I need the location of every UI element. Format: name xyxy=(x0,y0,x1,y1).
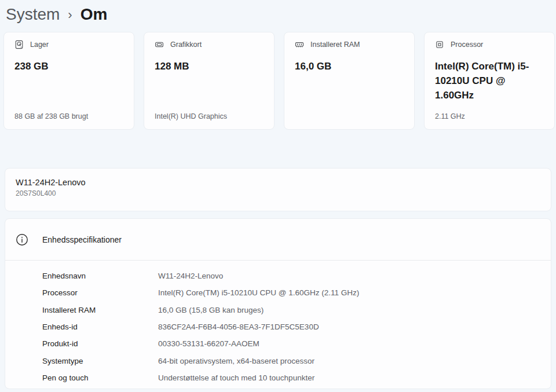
spec-label: Processor xyxy=(42,288,158,297)
device-name: W11-24H2-Lenovo xyxy=(16,178,540,187)
spec-row: Processor Intel(R) Core(TM) i5-10210U CP… xyxy=(42,284,551,301)
summary-card-header: Grafikkort xyxy=(155,40,264,49)
gpu-icon xyxy=(155,40,164,49)
summary-card: Grafikkort 128 MB Intel(R) UHD Graphics xyxy=(144,32,275,130)
spec-row: Produkt-id 00330-53131-66207-AAOEM xyxy=(42,335,551,352)
summary-card-value: 128 MB xyxy=(155,59,264,74)
spec-value: 64-bit operativsystem, x64-baseret proce… xyxy=(158,357,314,365)
summary-card-value: 238 GB xyxy=(14,59,123,74)
summary-card-label: Processor xyxy=(451,41,483,49)
spec-value: 16,0 GB (15,8 GB kan bruges) xyxy=(158,306,264,314)
device-model: 20S7S0L400 xyxy=(16,189,540,197)
summary-card: Installeret RAM 16,0 GB xyxy=(284,32,415,130)
summary-card-detail: 2.11 GHz xyxy=(435,112,547,120)
spec-value: Understøttelse af touch med 10 touchpunk… xyxy=(158,373,314,382)
spec-row: Pen og touch Understøttelse af touch med… xyxy=(42,369,551,386)
summary-card-label: Grafikkort xyxy=(170,41,202,49)
device-specs-card: Enhedsspecifikationer Enhedsnavn W11-24H… xyxy=(5,218,551,389)
breadcrumb: System › Om xyxy=(6,2,107,27)
spec-value: W11-24H2-Lenovo xyxy=(158,272,223,280)
info-icon xyxy=(16,233,28,246)
spec-label: Produkt-id xyxy=(42,339,158,348)
summary-card: Processor Intel(R) Core(TM) i5-10210U CP… xyxy=(424,32,555,130)
ram-icon xyxy=(295,40,304,49)
spec-label: Systemtype xyxy=(42,357,158,365)
device-name-card: W11-24H2-Lenovo 20S7S0L400 xyxy=(5,168,551,211)
spec-row: Systemtype 64-bit operativsystem, x64-ba… xyxy=(42,352,551,369)
device-specs-title: Enhedsspecifikationer xyxy=(42,235,122,244)
summary-card-value: Intel(R) Core(TM) i5-10210U CPU @ 1.60GH… xyxy=(435,59,544,102)
spec-label: Installeret RAM xyxy=(42,306,158,314)
spec-row: Installeret RAM 16,0 GB (15,8 GB kan bru… xyxy=(42,302,551,318)
spec-row: Enheds-id 836CF2A4-F6B4-4056-8EA3-7F1DF5… xyxy=(42,318,551,335)
device-specs-header: Enhedsspecifikationer xyxy=(5,219,551,261)
summary-card-label: Lager xyxy=(30,41,49,49)
summary-card-header: Installeret RAM xyxy=(295,40,404,49)
cpu-icon xyxy=(435,40,444,49)
summary-card-value: 16,0 GB xyxy=(295,59,404,74)
spec-label: Pen og touch xyxy=(42,373,158,382)
chevron-right-icon: › xyxy=(68,7,72,23)
spec-row: Enhedsnavn W11-24H2-Lenovo xyxy=(42,268,551,284)
summary-cards-row: Lager 238 GB 88 GB af 238 GB brugt Grafi… xyxy=(3,32,555,130)
spec-label: Enhedsnavn xyxy=(42,272,158,280)
spec-value: 836CF2A4-F6B4-4056-8EA3-7F1DF5C5E30D xyxy=(158,323,319,331)
harddrive-icon xyxy=(14,40,24,49)
summary-card-detail: Intel(R) UHD Graphics xyxy=(155,112,267,120)
summary-card: Lager 238 GB 88 GB af 238 GB brugt xyxy=(3,32,134,130)
summary-card-header: Processor xyxy=(435,40,544,49)
spec-value: Intel(R) Core(TM) i5-10210U CPU @ 1.60GH… xyxy=(158,288,359,297)
summary-card-label: Installeret RAM xyxy=(310,41,360,49)
spec-value: 00330-53131-66207-AAOEM xyxy=(158,339,259,348)
summary-card-header: Lager xyxy=(14,40,123,49)
summary-card-detail: 88 GB af 238 GB brugt xyxy=(14,112,127,120)
spec-label: Enheds-id xyxy=(42,323,158,331)
breadcrumb-system-link[interactable]: System xyxy=(6,5,60,24)
page-title: Om xyxy=(81,5,108,24)
device-specs-table: Enhedsnavn W11-24H2-Lenovo Processor Int… xyxy=(5,261,551,386)
